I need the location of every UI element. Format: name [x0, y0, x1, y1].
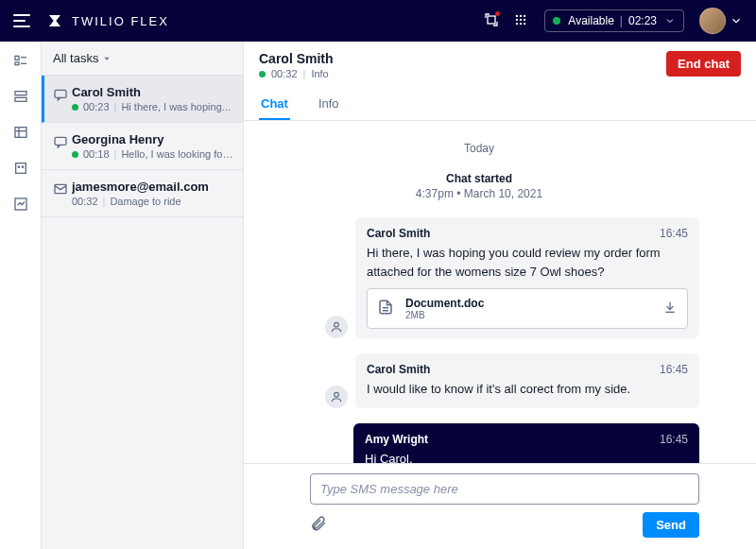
- composer: Send: [244, 463, 756, 549]
- svg-point-8: [520, 22, 522, 24]
- task-preview: Damage to ride: [110, 196, 180, 207]
- task-time: 00:18: [83, 148, 110, 160]
- brand: TWILIO FLEX: [47, 13, 169, 28]
- task-list-title: All tasks: [53, 51, 98, 65]
- conversation: Today Chat started 4:37pm • March 10, 20…: [244, 121, 756, 463]
- message: Amy Wright 16:45 Hi Carol, Thank you for…: [259, 423, 699, 464]
- send-button[interactable]: Send: [643, 512, 699, 538]
- dialpad-icon[interactable]: [514, 13, 527, 29]
- svg-point-9: [524, 22, 525, 24]
- task-list-header[interactable]: All tasks: [42, 42, 243, 76]
- message-time: 16:45: [660, 433, 688, 446]
- left-rail: [0, 42, 42, 549]
- svg-rect-0: [488, 16, 495, 24]
- attachment[interactable]: Document.doc 2MB: [367, 288, 688, 329]
- profile-chevron-icon[interactable]: [730, 14, 743, 27]
- svg-marker-23: [105, 57, 110, 60]
- status-dot-icon: [72, 151, 78, 158]
- svg-rect-16: [15, 128, 26, 138]
- svg-point-4: [516, 18, 518, 20]
- status-selector[interactable]: Available | 02:23: [544, 9, 684, 32]
- svg-rect-14: [15, 92, 26, 95]
- file-icon: [377, 299, 396, 318]
- task-item[interactable]: Carol Smith 00:23 | Hi there, I was hopi…: [42, 76, 243, 123]
- svg-point-5: [520, 18, 522, 20]
- end-chat-button[interactable]: End chat: [666, 51, 741, 77]
- brand-text: TWILIO FLEX: [72, 14, 169, 28]
- svg-point-2: [520, 14, 522, 16]
- chevron-down-icon: [664, 15, 676, 26]
- topbar: TWILIO FLEX Available | 02:23: [0, 0, 756, 42]
- status-dot-icon: [553, 17, 560, 25]
- task-item[interactable]: Georgina Henry 00:18 | Hello, I was look…: [42, 123, 243, 170]
- chat-icon: [49, 87, 72, 112]
- svg-rect-11: [15, 62, 19, 65]
- teams-icon[interactable]: [12, 89, 29, 104]
- svg-point-3: [524, 14, 525, 16]
- task-time: 00:32: [72, 196, 98, 207]
- menu-icon[interactable]: [13, 14, 30, 27]
- tab-chat[interactable]: Chat: [259, 89, 290, 120]
- svg-point-7: [516, 22, 518, 24]
- status-label: Available: [568, 14, 613, 27]
- chat-icon: [49, 134, 72, 160]
- tab-info[interactable]: Info: [317, 89, 341, 120]
- message-time: 16:45: [660, 363, 688, 376]
- svg-point-1: [516, 14, 518, 16]
- svg-rect-10: [15, 56, 19, 60]
- message-time: 16:45: [660, 227, 688, 240]
- message-text: Hi Carol, Thank you for sending this ove…: [365, 450, 688, 464]
- agent-desktop-icon[interactable]: [12, 53, 29, 68]
- queues-icon[interactable]: [12, 125, 29, 140]
- contact-sub: Info: [311, 68, 328, 79]
- attachment-size: 2MB: [405, 310, 662, 320]
- status-time: 02:23: [628, 14, 657, 27]
- chat-started-sub: 4:37pm • March 10, 2021: [259, 187, 699, 200]
- attach-icon[interactable]: [310, 515, 327, 535]
- task-time: 00:23: [83, 101, 110, 112]
- svg-rect-15: [15, 97, 26, 101]
- task-name: Carol Smith: [72, 85, 233, 99]
- message-text: I would like to know if it's all corect …: [367, 380, 688, 399]
- analytics-icon[interactable]: [12, 197, 29, 212]
- status-dot-icon: [72, 104, 78, 111]
- svg-rect-25: [55, 137, 66, 145]
- brand-logo-icon: [47, 13, 62, 28]
- person-icon: [325, 316, 348, 338]
- task-preview: Hi there, I was hoping...: [121, 101, 231, 112]
- task-name: Georgina Henry: [72, 132, 233, 146]
- message: Carol Smith 16:45 Hi there, I was hoping…: [259, 217, 699, 338]
- svg-rect-19: [15, 163, 26, 174]
- attachment-name: Document.doc: [405, 297, 662, 310]
- message-sender: Carol Smith: [367, 363, 430, 376]
- contact-time: 00:32: [271, 68, 298, 79]
- download-icon[interactable]: [662, 300, 678, 317]
- message: Carol Smith 16:45 I would like to know i…: [259, 353, 699, 408]
- tabs: Chat Info: [244, 89, 756, 121]
- chat-started-title: Chat started: [259, 172, 699, 185]
- svg-point-6: [524, 18, 525, 20]
- task-preview: Hello, I was looking for...: [121, 148, 233, 160]
- status-dot-icon: [259, 71, 266, 77]
- main-panel: Carol Smith 00:32 | Info End chat Chat I…: [244, 42, 756, 549]
- chat-started: Chat started 4:37pm • March 10, 2021: [259, 172, 699, 200]
- person-icon: [325, 386, 348, 408]
- message-sender: Carol Smith: [367, 227, 430, 240]
- notification-dot-icon: [495, 11, 500, 16]
- avatar[interactable]: [699, 8, 726, 34]
- caret-icon: [102, 54, 112, 63]
- svg-point-32: [335, 392, 339, 397]
- task-name: jamesmore@email.com: [72, 180, 233, 194]
- svg-point-27: [335, 322, 339, 327]
- task-list: All tasks Carol Smith 00:23 | Hi there, …: [42, 42, 244, 549]
- contact-name: Carol Smith: [259, 51, 666, 66]
- message-text: Hi there, I was hoping you could review …: [367, 244, 688, 281]
- monitor-icon[interactable]: [484, 12, 499, 30]
- svg-point-21: [22, 166, 23, 167]
- apps-icon[interactable]: [12, 161, 29, 176]
- message-sender: Amy Wright: [365, 433, 428, 446]
- task-item[interactable]: jamesmore@email.com 00:32 | Damage to ri…: [42, 170, 243, 217]
- day-separator: Today: [259, 142, 699, 155]
- mail-icon: [49, 181, 72, 207]
- message-input[interactable]: [310, 473, 699, 505]
